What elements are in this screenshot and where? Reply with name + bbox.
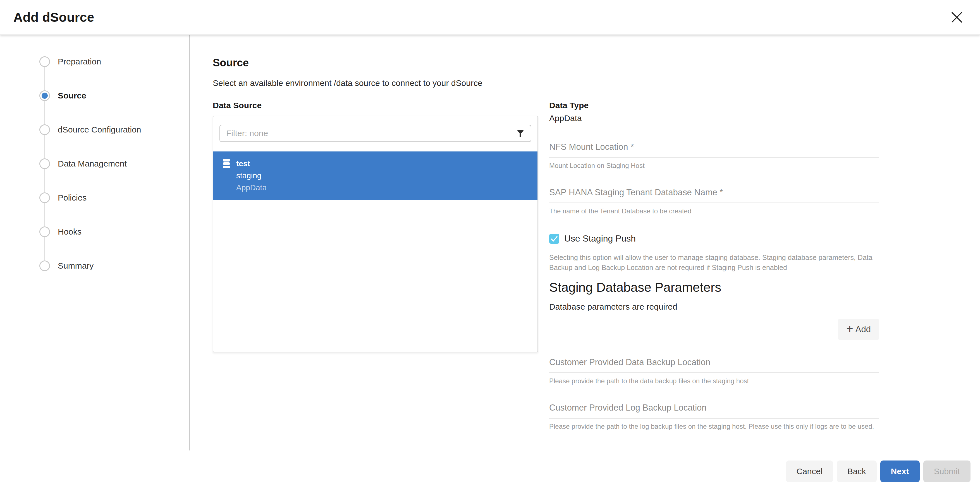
wizard-steps: Preparation Source dSource Configuration… [0,44,189,283]
data-source-panel: test staging AppData [213,116,538,352]
data-source-item-selected[interactable]: test staging AppData [213,151,538,200]
dialog-title: Add dSource [13,10,94,25]
field-helper: Please provide the path to the data back… [549,377,879,385]
step-circle-icon [39,159,50,169]
staging-db-params-heading: Staging Database Parameters [549,280,879,295]
log-backup-location-input[interactable] [549,403,879,419]
field-helper: Mount Location on Staging Host [549,162,879,170]
data-source-list: test staging AppData [213,151,538,200]
step-label: Data Management [58,159,127,168]
step-preparation[interactable]: Preparation [0,44,189,79]
nfs-mount-location-input[interactable] [549,142,879,158]
data-backup-location-field: Please provide the path to the data back… [549,357,879,385]
footer-actions: Cancel Back Next Submit [786,460,971,482]
step-circle-icon [39,260,50,271]
step-label: dSource Configuration [58,125,141,135]
add-button-label: Add [856,324,871,335]
plus-icon: + [846,323,853,335]
data-source-type: AppData [236,182,267,194]
staging-push-label: Use Staging Push [564,233,636,244]
tenant-database-name-input[interactable] [549,187,879,203]
staging-push-description: Selecting this option will allow the use… [549,253,879,273]
step-circle-icon [39,56,50,67]
data-source-environment: staging [236,170,267,182]
field-helper: Please provide the path to the log backu… [549,423,879,430]
cancel-button[interactable]: Cancel [786,460,833,482]
database-icon [223,159,230,194]
step-circle-icon [39,192,50,203]
page-title: Source [213,57,980,69]
use-staging-push-row[interactable]: Use Staging Push [549,233,879,244]
close-icon[interactable] [948,9,966,26]
data-source-name: test [236,158,267,170]
page-subtitle: Select an available environment /data so… [213,78,980,88]
log-backup-location-field: Please provide the path to the log backu… [549,403,879,430]
filter-input[interactable] [220,125,531,142]
step-data-management[interactable]: Data Management [0,147,189,181]
data-backup-location-input[interactable] [549,357,879,373]
dialog-body: Preparation Source dSource Configuration… [0,35,980,487]
step-label: Source [58,91,86,100]
staging-push-checkbox-checked[interactable] [549,234,559,244]
step-circle-active-icon [39,90,50,101]
step-policies[interactable]: Policies [0,181,189,215]
nfs-mount-location-field: Mount Location on Staging Host [549,142,879,170]
wizard-sidebar: Preparation Source dSource Configuration… [0,35,190,451]
dialog-header: Add dSource [0,0,980,35]
step-label: Policies [58,193,87,203]
main-content: Source Select an available environment /… [190,35,980,487]
step-source[interactable]: Source [0,79,189,113]
next-button[interactable]: Next [880,460,920,482]
submit-button-disabled[interactable]: Submit [923,460,970,482]
back-button[interactable]: Back [837,460,877,482]
step-dsource-configuration[interactable]: dSource Configuration [0,113,189,147]
step-circle-icon [39,227,50,237]
step-hooks[interactable]: Hooks [0,215,189,249]
data-type-value: AppData [549,114,879,123]
details-column: Data Type AppData Mount Location on Stag… [549,101,879,441]
step-label: Preparation [58,57,101,67]
step-summary[interactable]: Summary [0,249,189,283]
data-source-column: Data Source [213,101,538,441]
staging-db-params-subheading: Database parameters are required [549,302,879,312]
data-type-label: Data Type [549,101,879,110]
tenant-database-name-field: The name of the Tenant Database to be cr… [549,187,879,215]
field-helper: The name of the Tenant Database to be cr… [549,207,879,215]
add-parameter-button[interactable]: + Add [838,319,879,340]
data-source-label: Data Source [213,101,538,110]
step-label: Summary [58,261,94,271]
add-dsource-dialog: Add dSource Preparation Source [0,0,980,487]
step-circle-icon [39,124,50,135]
step-label: Hooks [58,227,81,236]
